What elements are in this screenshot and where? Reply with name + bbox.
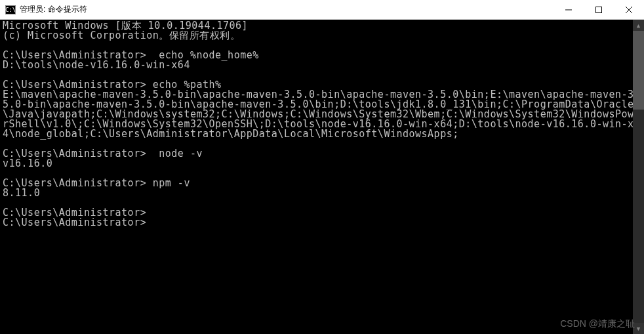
terminal-line: v16.16.0 xyxy=(3,159,641,169)
close-button[interactable] xyxy=(614,0,644,19)
window-title: 管理员: 命令提示符 xyxy=(20,4,553,15)
window-controls xyxy=(553,0,644,19)
svg-rect-1 xyxy=(596,7,602,12)
scrollbar-thumb[interactable] xyxy=(633,31,644,110)
minimize-button[interactable] xyxy=(553,0,584,19)
terminal-output[interactable]: Microsoft Windows [版本 10.0.19044.1706](c… xyxy=(0,20,644,334)
terminal-line: D:\tools\node-v16.16.0-win-x64 xyxy=(3,60,641,70)
title-bar: C:\ 管理员: 命令提示符 xyxy=(0,0,644,20)
terminal-line: C:\Users\Administrator> node -v xyxy=(3,149,641,159)
terminal-line: C:\Users\Administrator> xyxy=(3,218,641,228)
terminal-line: (c) Microsoft Corporation。保留所有权利。 xyxy=(3,31,641,41)
terminal-line: 8.11.0 xyxy=(3,188,641,198)
scrollbar[interactable]: ▲ ▼ xyxy=(633,20,644,334)
terminal-icon: C:\ xyxy=(5,5,16,14)
terminal-line: E:\maven\apache-maven-3.5.0-bin\apache-m… xyxy=(3,90,641,139)
terminal-line: C:\Users\Administrator> npm -v xyxy=(3,178,641,188)
scrollbar-up-arrow[interactable]: ▲ xyxy=(633,20,644,31)
maximize-button[interactable] xyxy=(584,0,614,19)
scrollbar-down-arrow[interactable]: ▼ xyxy=(633,323,644,334)
